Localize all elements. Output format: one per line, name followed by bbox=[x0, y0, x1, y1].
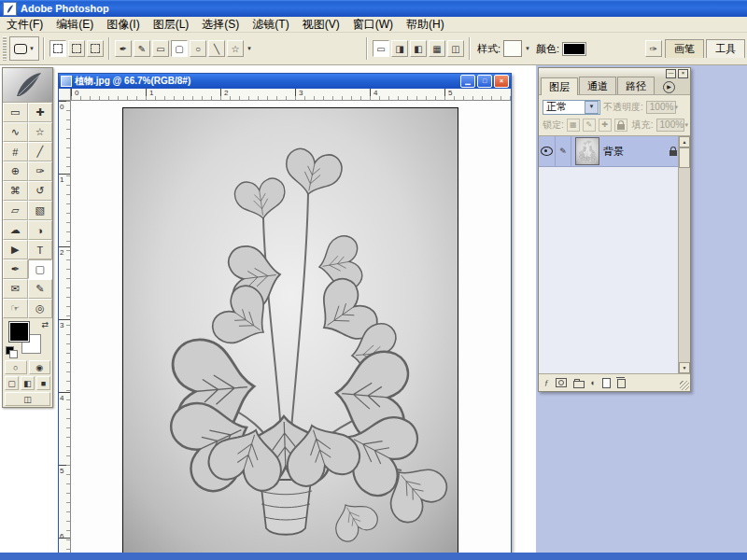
subtract-from-shape-button[interactable]: ◧ bbox=[410, 40, 427, 57]
menu-image[interactable]: 图像(I) bbox=[100, 16, 146, 34]
layer-row-background[interactable]: ✎ 背景 bbox=[539, 136, 690, 167]
vertical-ruler[interactable]: 0 1 2 3 4 5 6 bbox=[59, 101, 71, 553]
exclude-shape-button[interactable]: ◫ bbox=[447, 40, 464, 57]
tab-paths[interactable]: 路径 bbox=[617, 77, 655, 94]
menu-file[interactable]: 文件(F) bbox=[0, 16, 49, 34]
fullscreen-button[interactable]: ■ bbox=[36, 376, 50, 390]
rounded-rectangle-tool[interactable]: ▢ bbox=[28, 259, 53, 279]
adjustment-layer-button[interactable]: ◐ bbox=[591, 378, 596, 387]
visibility-toggle[interactable] bbox=[539, 136, 556, 166]
notes-tool[interactable]: ✉ bbox=[3, 279, 28, 299]
ruler-origin-corner[interactable] bbox=[59, 89, 71, 101]
doc-minimize-button[interactable]: ▁ bbox=[460, 75, 475, 88]
quick-mask-mode-button[interactable]: ◉ bbox=[29, 360, 51, 374]
shape-layers-button[interactable] bbox=[49, 40, 66, 57]
slice-tool[interactable]: ╱ bbox=[28, 142, 53, 161]
create-new-shape-button[interactable]: ▭ bbox=[373, 40, 389, 57]
gradient-tool[interactable]: ▧ bbox=[28, 201, 53, 220]
layer-style-button[interactable]: ƒ bbox=[544, 378, 549, 387]
line-shape-button[interactable]: ╲ bbox=[208, 40, 225, 57]
app-titlebar[interactable]: Adobe Photoshop bbox=[0, 0, 747, 17]
plant-image[interactable] bbox=[122, 107, 458, 553]
path-selection-tool[interactable]: ▶ bbox=[3, 240, 28, 259]
paths-mode-button[interactable] bbox=[68, 40, 85, 57]
tool-preset-picker[interactable]: ▼ bbox=[9, 36, 39, 61]
panel-menu-button[interactable]: ▶ bbox=[663, 81, 675, 93]
panel-minimize-button[interactable]: — bbox=[666, 69, 676, 78]
custom-shape-button[interactable]: ☆ bbox=[227, 40, 244, 57]
ellipse-shape-button[interactable]: ○ bbox=[190, 40, 206, 57]
standard-mode-button[interactable]: ○ bbox=[5, 360, 27, 374]
type-tool[interactable]: T bbox=[28, 240, 53, 259]
default-colors-icon[interactable] bbox=[6, 346, 17, 357]
jump-to-imageready-button[interactable]: ◫ bbox=[5, 392, 50, 406]
palette-well-tab-tool-presets[interactable]: 工具 bbox=[706, 39, 745, 58]
layer-style-swatch[interactable] bbox=[503, 40, 522, 57]
layer-thumbnail[interactable] bbox=[575, 137, 599, 165]
menu-layer[interactable]: 图层(L) bbox=[147, 16, 196, 34]
freeform-pen-button[interactable]: ✎ bbox=[134, 40, 150, 57]
tab-channels[interactable]: 通道 bbox=[579, 77, 616, 94]
lock-transparency-icon[interactable]: ▦ bbox=[567, 119, 580, 132]
pen-tool[interactable]: ✒ bbox=[3, 259, 28, 279]
shape-color-swatch[interactable] bbox=[562, 42, 586, 56]
eraser-tool[interactable]: ▱ bbox=[3, 201, 28, 220]
new-layer-set-button[interactable] bbox=[573, 381, 585, 388]
menu-window[interactable]: 窗口(W) bbox=[346, 16, 400, 34]
layers-scrollbar[interactable]: ▲ ▼ bbox=[678, 136, 690, 373]
menu-edit[interactable]: 编辑(E) bbox=[49, 16, 100, 34]
layer-name[interactable]: 背景 bbox=[603, 145, 669, 159]
fullscreen-menubar-button[interactable]: ◧ bbox=[21, 376, 35, 390]
horizontal-ruler[interactable]: 0 1 2 3 4 5 bbox=[71, 89, 511, 101]
new-layer-button[interactable] bbox=[602, 378, 611, 388]
style-dropdown-button[interactable]: ▼ bbox=[525, 46, 530, 51]
lock-position-icon[interactable]: ✚ bbox=[599, 119, 612, 132]
add-to-shape-button[interactable]: ◨ bbox=[391, 40, 408, 57]
clone-stamp-tool[interactable]: ⌘ bbox=[3, 181, 28, 201]
rounded-rectangle-shape-button[interactable]: ▢ bbox=[171, 40, 188, 57]
menu-help[interactable]: 帮助(H) bbox=[400, 16, 451, 34]
history-brush-tool[interactable]: ↺ bbox=[28, 181, 53, 201]
palette-well-tab-brushes[interactable]: 画笔 bbox=[665, 39, 704, 58]
panel-close-button[interactable]: × bbox=[678, 69, 688, 78]
dodge-tool[interactable]: ◑ bbox=[28, 220, 53, 240]
menu-filter[interactable]: 滤镜(T) bbox=[246, 16, 295, 34]
blend-mode-select[interactable]: 正常 ▼ bbox=[543, 100, 600, 115]
menu-view[interactable]: 视图(V) bbox=[296, 16, 346, 34]
pen-tool-button[interactable]: ✒ bbox=[115, 40, 132, 57]
zoom-tool[interactable]: ◎ bbox=[28, 299, 53, 318]
lock-all-icon[interactable] bbox=[614, 119, 627, 132]
intersect-shape-button[interactable]: ▦ bbox=[429, 40, 445, 57]
palette-toggle-button[interactable]: ✑ bbox=[645, 40, 662, 57]
scroll-up-button[interactable]: ▲ bbox=[679, 136, 690, 147]
blend-dropdown-icon[interactable]: ▼ bbox=[585, 101, 599, 114]
fill-pixels-button[interactable] bbox=[87, 40, 104, 57]
add-layer-mask-button[interactable] bbox=[556, 378, 567, 387]
doc-maximize-button[interactable]: □ bbox=[477, 75, 492, 88]
scroll-down-button[interactable]: ▼ bbox=[679, 362, 690, 373]
blur-tool[interactable]: ☁ bbox=[3, 220, 28, 240]
lock-image-icon[interactable]: ✎ bbox=[583, 119, 596, 132]
rectangular-marquee-tool[interactable]: ▭ bbox=[3, 103, 28, 122]
eyedropper-tool[interactable]: ✎ bbox=[28, 279, 53, 299]
crop-tool[interactable]: # bbox=[3, 142, 28, 161]
geometry-options-button[interactable]: ▼ bbox=[247, 46, 252, 51]
brush-tool[interactable]: ✑ bbox=[28, 161, 53, 181]
tab-layers[interactable]: 图层 bbox=[541, 77, 578, 95]
toolbox-header[interactable] bbox=[3, 68, 52, 103]
hand-tool[interactable]: ☞ bbox=[3, 299, 28, 318]
magic-wand-tool[interactable]: ☆ bbox=[28, 122, 53, 142]
canvas-area[interactable] bbox=[71, 101, 511, 553]
swap-colors-icon[interactable]: ⇄ bbox=[41, 320, 49, 329]
foreground-color-swatch[interactable] bbox=[9, 322, 29, 342]
doc-close-button[interactable]: × bbox=[494, 75, 509, 88]
standard-screen-button[interactable]: ▢ bbox=[5, 376, 19, 390]
move-tool[interactable]: ✚ bbox=[28, 103, 53, 122]
panel-resize-grip[interactable] bbox=[680, 381, 689, 390]
document-titlebar[interactable]: 植物.jpg @ 66.7%(RGB/8#) ▁ □ × bbox=[59, 74, 511, 89]
rectangle-shape-button[interactable]: ▭ bbox=[152, 40, 169, 57]
lasso-tool[interactable]: ∿ bbox=[3, 122, 28, 142]
healing-brush-tool[interactable]: ⊕ bbox=[3, 161, 28, 181]
delete-layer-button[interactable] bbox=[617, 379, 626, 388]
scrollbar-thumb[interactable] bbox=[679, 147, 690, 168]
